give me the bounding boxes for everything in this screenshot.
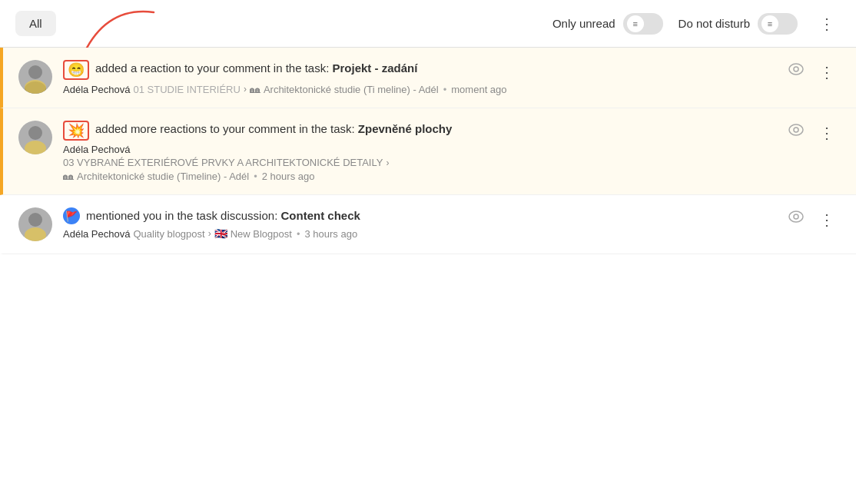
meta-dot: • (297, 228, 300, 240)
notification-main: 🚩 mentioned you in the task discussion: … (63, 207, 775, 224)
svg-point-8 (28, 126, 42, 140)
eye-icon (788, 124, 804, 136)
task-name: Projekt - zadání (333, 61, 418, 75)
breadcrumb-arrow: › (208, 228, 211, 239)
meta-project: 01 STUDIE INTERIÉRU (133, 84, 240, 95)
meta-author: Adéla Pechová (63, 228, 130, 240)
svg-point-10 (789, 124, 803, 135)
avatar (18, 207, 52, 241)
timestamp: 2 hours ago (262, 171, 315, 182)
only-unread-toggle[interactable]: ≡ (623, 13, 663, 35)
do-not-disturb-toggle-group: Do not disturb ≡ (678, 13, 798, 35)
svg-point-6 (794, 67, 798, 71)
meta-project: 03 VYBRANÉ EXTERIÉROVÉ PRVKY A ARCHITEKT… (63, 157, 383, 168)
only-unread-toggle-group: Only unread ≡ (552, 13, 663, 35)
mention-flag-icon: 🚩 (63, 207, 80, 224)
notification-content: 🚩 mentioned you in the task discussion: … (63, 207, 775, 240)
dnd-filter-icon: ≡ (768, 19, 772, 28)
notification-item: 😁 added a reaction to your comment in th… (0, 48, 856, 108)
toolbar: All Only unread ≡ Do not disturb ≡ ⋮ (0, 0, 856, 48)
notification-text: added more reactions to your comment in … (95, 121, 452, 137)
notification-item: 🚩 mentioned you in the task discussion: … (0, 195, 856, 254)
timestamp: moment ago (451, 84, 506, 95)
subtask-name: Architektonické studie (Ti meline) - Adé… (264, 84, 439, 95)
eye-icon (788, 63, 804, 75)
notification-content: 😁 added a reaction to your comment in th… (63, 60, 775, 95)
only-unread-label: Only unread (552, 17, 615, 30)
svg-point-16 (794, 214, 798, 219)
breadcrumb-arrow: › (386, 158, 389, 168)
toolbar-more-button[interactable]: ⋮ (813, 12, 841, 36)
task-name: Content check (280, 209, 360, 222)
notification-actions: ⋮ (785, 60, 841, 85)
svg-point-5 (789, 64, 803, 75)
meta-author: Adéla Pechová (63, 84, 130, 95)
notification-text: added a reaction to your comment in the … (95, 60, 417, 76)
notification-main: 💥 added more reactions to your comment i… (63, 121, 775, 141)
subtask-icon: 🏘 (63, 170, 74, 182)
meta-dot: • (443, 84, 447, 95)
subtask-icon: 🏘 (250, 83, 260, 95)
filter-icon: ≡ (632, 19, 637, 28)
mark-read-button[interactable] (785, 207, 807, 230)
notification-more-button[interactable]: ⋮ (813, 60, 841, 85)
do-not-disturb-toggle[interactable]: ≡ (758, 13, 798, 35)
all-filter-button[interactable]: All (15, 11, 56, 36)
flag-icon: 🇬🇧 (214, 227, 227, 240)
notification-meta: Adéla Pechová Quality blogpost › 🇬🇧 New … (63, 227, 775, 240)
do-not-disturb-label: Do not disturb (678, 17, 750, 30)
notification-meta-3: 🏘 Architektonické studie (Timeline) - Ad… (63, 170, 775, 182)
dnd-toggle-thumb: ≡ (761, 15, 778, 32)
notification-text: mentioned you in the task discussion: Co… (86, 207, 360, 224)
toggle-thumb: ≡ (627, 15, 644, 32)
reaction-emoji-box: 💥 (63, 121, 89, 141)
notification-list: 😁 added a reaction to your comment in th… (0, 48, 856, 254)
notification-item: 💥 added more reactions to your comment i… (0, 108, 856, 195)
svg-point-11 (794, 128, 798, 132)
subtask-name: New Blogpost (231, 228, 292, 240)
notification-meta: Adéla Pechová (63, 144, 775, 155)
subtask-name: Architektonické studie (Timeline) - Adél (77, 171, 249, 182)
timestamp: 3 hours ago (304, 228, 357, 240)
mark-read-button[interactable] (785, 121, 807, 143)
svg-point-2 (28, 65, 42, 79)
avatar (18, 60, 52, 94)
notification-more-button[interactable]: ⋮ (813, 207, 841, 232)
reaction-emoji-box: 😁 (63, 60, 89, 80)
meta-project: Quality blogpost (133, 228, 204, 240)
notification-content: 💥 added more reactions to your comment i… (63, 121, 775, 182)
notification-actions: ⋮ (785, 207, 841, 232)
meta-dot: • (254, 171, 257, 182)
notification-meta-2: 03 VYBRANÉ EXTERIÉROVÉ PRVKY A ARCHITEKT… (63, 157, 775, 168)
breadcrumb-arrow: › (244, 84, 247, 94)
svg-point-15 (789, 211, 803, 222)
mark-read-button[interactable] (785, 60, 807, 82)
notification-meta: Adéla Pechová 01 STUDIE INTERIÉRU › 🏘 Ar… (63, 83, 775, 95)
svg-point-13 (28, 213, 42, 227)
notification-actions: ⋮ (785, 121, 841, 145)
avatar (18, 121, 52, 154)
eye-icon (788, 211, 804, 223)
meta-author: Adéla Pechová (63, 144, 130, 155)
task-name: Zpevněné plochy (358, 122, 453, 135)
notification-main: 😁 added a reaction to your comment in th… (63, 60, 775, 80)
notification-more-button[interactable]: ⋮ (813, 121, 841, 145)
